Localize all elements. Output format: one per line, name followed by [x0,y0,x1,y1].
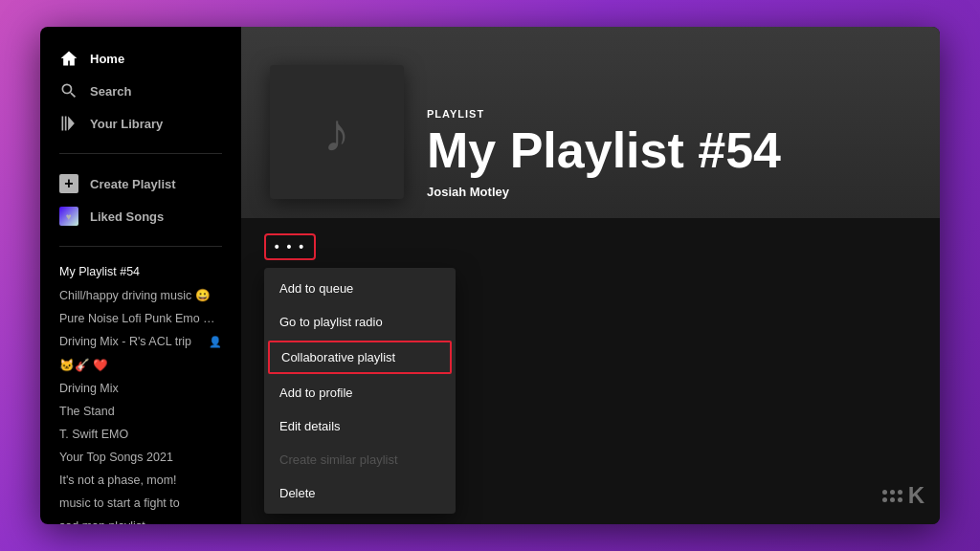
liked-songs-label: Liked Songs [90,209,164,224]
playlist-title: My Playlist #54 [427,125,911,175]
playlist-item-label: The Stand [59,405,115,418]
playlist-artwork: ♪ [270,65,404,199]
list-item[interactable]: It's not a phase, mom! [40,469,241,492]
sidebar-actions: + Create Playlist ♥ Liked Songs [40,160,241,240]
list-item[interactable]: T. Swift EMO [40,423,241,446]
context-menu: Add to queueGo to playlist radioCollabor… [264,268,456,514]
home-icon [59,49,78,68]
search-icon [59,81,78,100]
list-item[interactable]: music to start a fight to [40,492,241,515]
list-item[interactable]: Your Top Songs 2021 [40,446,241,469]
sidebar-item-library[interactable]: Your Library [40,107,241,140]
watermark: K [882,482,924,509]
list-item[interactable]: Driving Mix - R's ACL trip👤 [40,330,241,353]
menu-item-similar-playlist: Create similar playlist [264,443,456,476]
playlist-info: PLAYLIST My Playlist #54 Josiah Motley [427,108,911,199]
menu-item-delete[interactable]: Delete [264,476,456,510]
sidebar-divider-2 [59,246,222,247]
liked-songs-icon: ♥ [59,207,78,226]
playlist-item-label: Pure Noise Lofi Punk Emo Pop P... [59,312,222,325]
watermark-dots [882,490,902,502]
sidebar-item-search[interactable]: Search [40,75,241,107]
playlist-list: My Playlist #54Chill/happy driving music… [40,253,241,524]
menu-item-playlist-radio[interactable]: Go to playlist radio [264,305,456,339]
list-item[interactable]: Chill/happy driving music 😀 [40,283,241,307]
playlist-item-label: It's not a phase, mom! [59,474,177,487]
playlist-item-label: Driving Mix - R's ACL trip [59,335,191,348]
playlist-item-label: sad man playlist [59,519,145,524]
list-item[interactable]: sad man playlist [40,515,241,524]
app-container: Home Search Your Library [40,27,940,524]
playlist-item-label: My Playlist #54 [59,265,140,278]
more-options-button[interactable]: • • • [264,233,316,260]
create-playlist-item[interactable]: + Create Playlist [40,167,241,200]
playlist-item-label: T. Swift EMO [59,428,128,441]
list-item[interactable]: Driving Mix [40,377,241,400]
list-item[interactable]: Pure Noise Lofi Punk Emo Pop P... [40,307,241,330]
sidebar-item-library-label: Your Library [90,117,163,131]
create-playlist-label: Create Playlist [90,177,176,191]
watermark-letter: K [908,482,924,509]
menu-item-edit-details[interactable]: Edit details [264,409,456,443]
playlist-type-label: PLAYLIST [427,108,911,120]
sidebar-item-search-label: Search [90,84,131,99]
playlist-item-label: music to start a fight to [59,496,180,510]
playlist-header: ♪ PLAYLIST My Playlist #54 Josiah Motley [241,27,940,218]
person-icon: 👤 [209,336,222,348]
list-item[interactable]: The Stand [40,400,241,423]
playlist-item-label: Chill/happy driving music 😀 [59,288,211,302]
create-playlist-icon: + [59,174,78,193]
playlist-item-label: 🐱🎸 ❤️ [59,358,108,372]
playlist-item-label: Your Top Songs 2021 [59,451,173,464]
library-icon [59,114,78,133]
main-content: ♪ PLAYLIST My Playlist #54 Josiah Motley… [241,27,940,524]
sidebar-divider [59,153,222,154]
sidebar: Home Search Your Library [40,27,241,524]
sidebar-item-home-label: Home [90,52,124,66]
list-item[interactable]: 🐱🎸 ❤️ [40,353,241,377]
sidebar-item-home[interactable]: Home [40,42,241,75]
menu-item-add-profile[interactable]: Add to profile [264,376,456,409]
playlist-toolbar: • • • Add to queueGo to playlist radioCo… [264,233,917,260]
playlist-body: • • • Add to queueGo to playlist radioCo… [241,218,940,524]
playlist-item-label: Driving Mix [59,382,119,395]
playlist-owner: Josiah Motley [427,185,911,199]
liked-songs-item[interactable]: ♥ Liked Songs [40,200,241,232]
music-note-icon: ♪ [323,101,350,164]
menu-item-collaborative[interactable]: Collaborative playlist [268,341,452,374]
sidebar-nav: Home Search Your Library [40,27,241,147]
menu-item-add-queue[interactable]: Add to queue [264,272,456,305]
list-item[interactable]: My Playlist #54 [40,260,241,283]
